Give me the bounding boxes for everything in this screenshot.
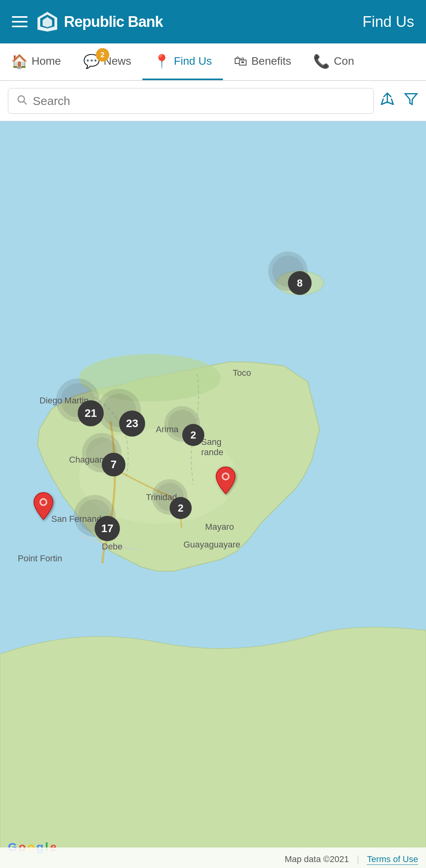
nav-label-benefits: Benefits [251, 55, 291, 67]
news-badge: 2 [96, 48, 109, 62]
nav-item-find-us[interactable]: 📍 Find Us [142, 43, 223, 80]
map-footer: Map data ©2021 | Terms of Use [0, 847, 426, 868]
find-us-icon: 📍 [153, 53, 170, 69]
logo: Republic Bank [36, 10, 163, 34]
home-icon: 🏠 [11, 53, 28, 69]
logo-icon [36, 10, 59, 34]
nav-item-benefits[interactable]: 🛍 Benefits [223, 43, 302, 80]
pin-point-fortin[interactable] [33, 492, 54, 522]
svg-point-15 [223, 474, 228, 479]
location-button[interactable] [380, 92, 394, 110]
header-left: Republic Bank [12, 10, 163, 34]
search-actions [380, 92, 418, 110]
app-header: Republic Bank Find Us [0, 0, 426, 43]
svg-point-17 [41, 500, 46, 504]
search-icon [16, 94, 27, 108]
contact-icon: 📞 [313, 53, 330, 69]
cluster-8[interactable]: 8 [288, 271, 312, 295]
nav-item-home[interactable]: 🏠 Home [0, 43, 72, 80]
nav-item-news[interactable]: 2 💬 News [72, 43, 142, 80]
terms-link[interactable]: Terms of Use [367, 854, 418, 865]
search-bar [0, 81, 426, 121]
filter-button[interactable] [404, 92, 418, 110]
cluster-23[interactable]: 23 [119, 411, 145, 437]
pin-mayaro[interactable] [215, 466, 236, 496]
header-find-us: Find Us [362, 13, 414, 30]
nav-label-contact: Con [334, 55, 354, 67]
cluster-7[interactable]: 7 [102, 453, 125, 476]
svg-marker-8 [405, 94, 417, 105]
logo-text: Republic Bank [64, 13, 163, 30]
search-input-wrapper [8, 88, 374, 114]
svg-point-11 [79, 354, 221, 401]
nav-label-home: Home [32, 55, 61, 67]
navigation: 🏠 Home 2 💬 News 📍 Find Us 🛍 Benefits 📞 C… [0, 43, 426, 81]
hamburger-menu[interactable] [12, 16, 28, 27]
cluster-17[interactable]: 17 [95, 516, 120, 541]
map-container[interactable]: Toco Diego Martin Arima Sangrande Chagua… [0, 121, 426, 868]
map-attribution: Map data ©2021 [285, 854, 349, 864]
pin-mayaro-svg [215, 466, 236, 495]
nav-item-contact[interactable]: 📞 Con [302, 43, 365, 80]
benefits-icon: 🛍 [234, 53, 247, 69]
cluster-2a[interactable]: 2 [182, 424, 204, 446]
pin-point-fortin-svg [33, 492, 54, 520]
svg-line-4 [24, 101, 26, 104]
nav-label-find-us: Find Us [174, 55, 212, 67]
cluster-2b[interactable]: 2 [170, 497, 192, 519]
search-input[interactable] [33, 94, 366, 108]
map-svg [0, 121, 426, 868]
